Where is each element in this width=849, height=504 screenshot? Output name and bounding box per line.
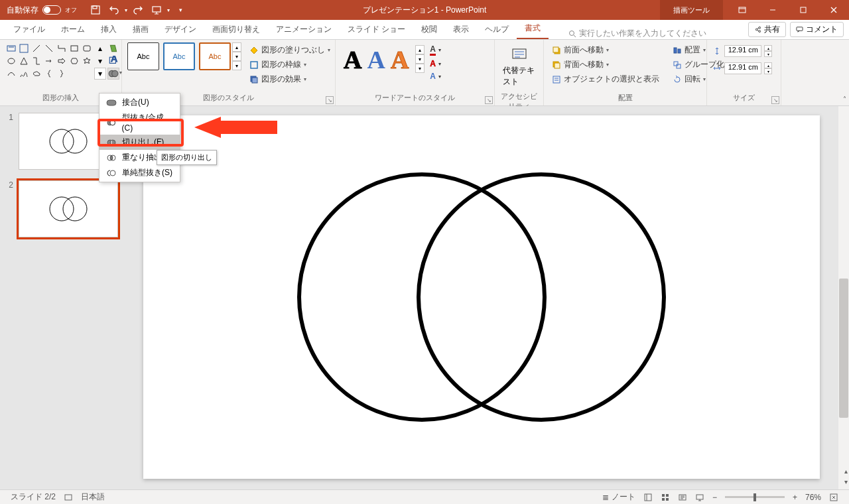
start-slideshow-icon[interactable] (149, 2, 164, 18)
tab-design[interactable]: デザイン (157, 20, 204, 39)
width-field[interactable]: 12.91 cm ▴▾ (712, 62, 775, 74)
height-spin-down[interactable]: ▾ (764, 51, 772, 57)
tab-view[interactable]: 表示 (445, 20, 477, 39)
shape-line2-icon[interactable] (43, 42, 55, 54)
wordart-gallery[interactable]: A A A (341, 42, 411, 82)
zoom-slider[interactable] (725, 496, 785, 498)
wa-scroll-down-icon[interactable]: ▾ (415, 54, 424, 64)
zoom-in-button[interactable]: + (789, 493, 801, 502)
wordart-sample-2[interactable]: A (367, 45, 385, 79)
minimize-icon[interactable] (757, 0, 788, 20)
slide-indicator[interactable]: スライド 2/2 (7, 491, 60, 503)
send-backward-button[interactable]: 背面へ移動 (549, 58, 662, 71)
circle-left[interactable] (299, 174, 545, 420)
menu-fragment[interactable]: 切り出し(F) (99, 135, 180, 150)
tab-slideshow[interactable]: スライド ショー (340, 20, 413, 39)
tab-review[interactable]: 校閲 (413, 20, 445, 39)
wordart-sample-1[interactable]: A (344, 45, 361, 79)
height-input[interactable]: 12.91 cm (724, 45, 761, 57)
wordart-dialog-launcher[interactable]: ↘ (485, 96, 493, 104)
qat-customize-icon[interactable]: ▾ (172, 2, 188, 18)
zoom-out-button[interactable]: − (708, 493, 721, 502)
reading-view-icon[interactable] (674, 493, 691, 502)
menu-combine[interactable]: 型抜き/合成(C) (99, 110, 180, 135)
slide-sorter-icon[interactable] (657, 493, 674, 502)
tab-home[interactable]: ホーム (53, 20, 93, 39)
style-scroll-more-icon[interactable]: ▾ (232, 61, 241, 70)
wa-scroll-more-icon[interactable]: ▾ (415, 64, 424, 73)
comments-button[interactable]: コメント (790, 22, 844, 37)
shapes-gallery[interactable] (5, 42, 93, 80)
shape-styles-dialog-launcher[interactable]: ↘ (326, 96, 334, 104)
maximize-icon[interactable] (788, 0, 818, 20)
shape-arrowblock-icon[interactable] (56, 55, 68, 67)
menu-subtract[interactable]: 単純型抜き(S) (99, 165, 180, 180)
shape-hexagon-icon[interactable] (68, 55, 80, 67)
save-icon[interactable] (88, 2, 103, 18)
gallery-down-icon[interactable]: ▾ (94, 55, 106, 67)
width-spin-down[interactable]: ▾ (764, 68, 772, 74)
textbox-draw-icon[interactable]: A (107, 55, 119, 67)
shape-rect-icon[interactable] (68, 42, 80, 54)
slide-canvas[interactable] (143, 115, 820, 479)
shape-star-icon[interactable] (81, 55, 93, 67)
gallery-more-icon[interactable]: ▾ (94, 68, 106, 80)
edit-shape-icon[interactable] (107, 42, 119, 54)
autosave-switch[interactable] (42, 5, 61, 15)
tab-insert[interactable]: 挿入 (93, 20, 125, 39)
venn-diagram[interactable] (276, 164, 687, 430)
style-scroll-down-icon[interactable]: ▾ (232, 52, 241, 61)
style-swatch-1[interactable]: Abc (127, 42, 159, 70)
shape-cloud-icon[interactable] (31, 68, 42, 80)
shape-effects-button[interactable]: 図形の効果 (247, 73, 333, 86)
wa-scroll-up-icon[interactable]: ▴ (415, 45, 424, 54)
shape-line-icon[interactable] (31, 42, 42, 54)
zoom-percentage[interactable]: 76% (801, 493, 825, 502)
style-swatch-2[interactable]: Abc (163, 42, 195, 70)
menu-union[interactable]: 接合(U) (99, 95, 180, 110)
fit-to-window-icon[interactable] (825, 493, 842, 502)
circle-right[interactable] (419, 174, 664, 420)
slideshow-view-icon[interactable] (691, 493, 708, 502)
shape-brace-l-icon[interactable] (43, 68, 55, 80)
width-spin-up[interactable]: ▴ (764, 62, 772, 68)
gallery-up-icon[interactable]: ▴ (94, 42, 106, 54)
undo-icon[interactable] (106, 2, 122, 18)
alt-text-button[interactable]: 代替テキスト (500, 42, 538, 92)
shape-curve-icon[interactable] (5, 68, 17, 80)
style-swatch-3[interactable]: Abc (199, 42, 231, 70)
tab-format[interactable]: 書式 (517, 19, 549, 39)
slide-canvas-area[interactable]: ▴ ▾ (133, 106, 849, 489)
shape-arrow-icon[interactable] (43, 55, 55, 67)
shape-fill-button[interactable]: 図形の塗りつぶし (247, 44, 333, 56)
shape-elbow-icon[interactable] (31, 55, 42, 67)
size-dialog-launcher[interactable]: ↘ (771, 96, 779, 104)
autosave-toggle[interactable]: 自動保存 オフ (0, 5, 84, 16)
shape-outline-button[interactable]: 図形の枠線 (247, 58, 333, 71)
language-indicator[interactable]: 日本語 (77, 491, 109, 503)
share-button[interactable]: 共有 (748, 22, 786, 37)
slide-thumbnail-2[interactable] (19, 180, 118, 237)
text-fill-button[interactable]: A▾ (427, 44, 444, 56)
shape-style-gallery[interactable]: Abc Abc Abc (127, 42, 231, 86)
shape-connector-icon[interactable] (56, 42, 68, 54)
vertical-scrollbar[interactable] (838, 106, 849, 489)
shape-oval-icon[interactable] (5, 55, 17, 67)
notes-button[interactable]: ≣ノート (598, 491, 639, 503)
shape-brace-r-icon[interactable] (56, 68, 68, 80)
bring-forward-button[interactable]: 前面へ移動 (549, 44, 662, 56)
tell-me-search[interactable]: 実行したい作業を入力してください (568, 28, 706, 39)
text-effects-button[interactable]: A▾ (427, 71, 444, 82)
shape-freeform-icon[interactable] (18, 68, 30, 80)
tab-animations[interactable]: アニメーション (268, 20, 340, 39)
ribbon-display-icon[interactable] (727, 0, 757, 20)
accessibility-check-icon[interactable] (60, 493, 77, 502)
prev-slide-icon[interactable]: ▴ (844, 468, 848, 475)
tab-help[interactable]: ヘルプ (477, 20, 517, 39)
shape-textbox2-icon[interactable] (18, 42, 30, 54)
wordart-sample-3[interactable]: A (391, 45, 409, 79)
selection-pane-button[interactable]: オブジェクトの選択と表示 (549, 73, 662, 86)
text-outline-button[interactable]: A▾ (427, 58, 444, 69)
collapse-ribbon-icon[interactable]: ˄ (843, 95, 846, 103)
tab-file[interactable]: ファイル (5, 20, 53, 39)
